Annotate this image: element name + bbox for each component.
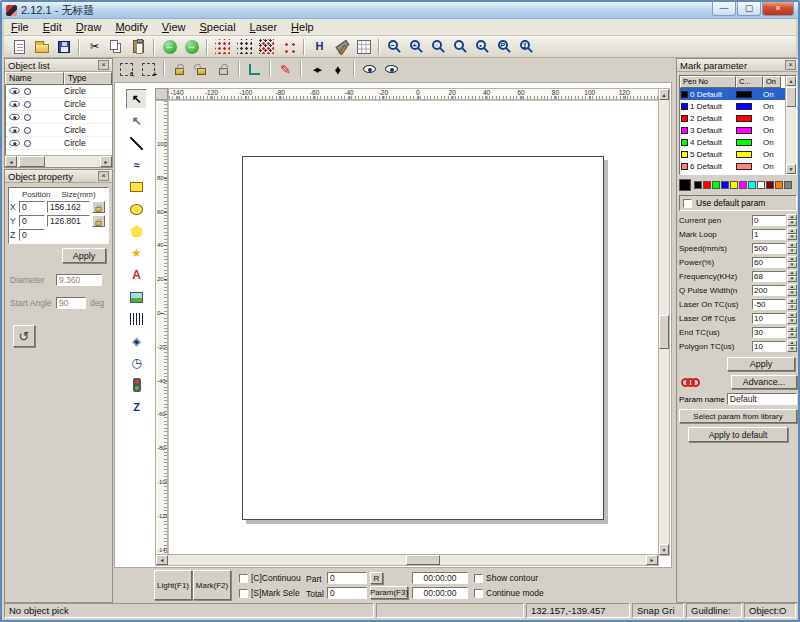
param-input[interactable]: 30: [752, 327, 786, 338]
draw-barcode-icon[interactable]: [126, 309, 147, 329]
param-input[interactable]: 0: [752, 215, 786, 226]
menu-file[interactable]: File: [4, 20, 36, 34]
close-icon[interactable]: ×: [98, 171, 109, 181]
menu-draw[interactable]: Draw: [69, 20, 109, 34]
pen-row[interactable]: 0 DefaultOn: [680, 88, 785, 100]
save-icon[interactable]: [53, 37, 74, 57]
on-header[interactable]: On: [763, 76, 781, 88]
zoom-window-icon[interactable]: ▫: [428, 37, 449, 57]
spin-down-icon[interactable]: ▼: [787, 234, 797, 240]
total-count-field[interactable]: 0: [327, 587, 367, 599]
draw-bitmap-icon[interactable]: [126, 287, 147, 307]
menu-view[interactable]: View: [155, 20, 193, 34]
canvas-vertical-scrollbar[interactable]: ▲ ▼: [658, 88, 670, 556]
menu-modify[interactable]: Modify: [108, 20, 154, 34]
pen-row[interactable]: 5 DefaultOn: [680, 148, 785, 160]
canvas-horizontal-scrollbar[interactable]: ◄ ►: [155, 554, 659, 566]
zoom-one-icon[interactable]: 1: [516, 37, 537, 57]
open-icon[interactable]: [31, 37, 52, 57]
draw-star-icon[interactable]: ★: [126, 243, 147, 263]
close-icon[interactable]: ×: [785, 60, 796, 70]
param-input[interactable]: 60: [752, 257, 786, 268]
palette-color[interactable]: [703, 181, 711, 189]
scroll-left-icon[interactable]: ◄: [5, 156, 17, 167]
continuous-checkbox[interactable]: [239, 574, 248, 583]
object-list-row[interactable]: Circle: [6, 111, 112, 124]
marquee-select-icon[interactable]: [116, 59, 137, 79]
x-size-field[interactable]: 156.162: [47, 201, 90, 213]
scroll-track[interactable]: [659, 100, 669, 544]
scroll-right-icon[interactable]: ►: [100, 156, 112, 167]
object-list-row[interactable]: Circle: [6, 124, 112, 137]
paste-icon[interactable]: [128, 37, 149, 57]
array-grid-icon[interactable]: [353, 37, 374, 57]
scroll-right-icon[interactable]: ►: [646, 555, 658, 565]
scroll-up-icon[interactable]: ▲: [659, 89, 669, 100]
marquee-add-icon[interactable]: [138, 59, 159, 79]
scroll-thumb[interactable]: [786, 87, 796, 107]
drawing-canvas[interactable]: [168, 100, 659, 556]
mark-dots-red-icon[interactable]: [212, 37, 233, 57]
menu-laser[interactable]: Laser: [243, 20, 285, 34]
pen-row[interactable]: 6 DefaultOn: [680, 160, 785, 172]
x-lock-button[interactable]: [92, 201, 105, 213]
pen-list-scrollbar[interactable]: ▲ ▼: [785, 76, 796, 174]
param-input[interactable]: 68: [752, 271, 786, 282]
diameter-field[interactable]: 9.360: [56, 274, 102, 286]
draw-text-icon[interactable]: A: [126, 265, 147, 285]
param-input[interactable]: -50: [752, 299, 786, 310]
scroll-down-icon[interactable]: ▼: [786, 164, 796, 174]
palette-color[interactable]: [712, 181, 720, 189]
param-input[interactable]: 10: [752, 313, 786, 324]
menu-edit[interactable]: Edit: [36, 20, 69, 34]
param-f3-button[interactable]: Param(F3): [370, 586, 408, 599]
visibility-eye-icon[interactable]: [9, 101, 19, 107]
rotate-button[interactable]: ↺: [13, 325, 35, 347]
palette-color[interactable]: [775, 181, 783, 189]
column-header-type[interactable]: Type: [64, 72, 112, 85]
palette-color[interactable]: [757, 181, 765, 189]
menu-special[interactable]: Special: [192, 20, 242, 34]
scroll-left-icon[interactable]: ◄: [156, 555, 168, 565]
palette-color[interactable]: [739, 181, 747, 189]
menu-help[interactable]: Help: [284, 20, 321, 34]
mark-dots-sparse-icon[interactable]: [278, 37, 299, 57]
param-name-field[interactable]: Default: [727, 393, 797, 405]
start-angle-field[interactable]: 90: [56, 297, 86, 309]
scroll-track[interactable]: [786, 86, 796, 164]
lock-icon[interactable]: [169, 59, 190, 79]
visibility-eye-icon[interactable]: [9, 88, 19, 94]
copy-icon[interactable]: [106, 37, 127, 57]
zoom-out-icon[interactable]: −: [384, 37, 405, 57]
palette-color[interactable]: [784, 181, 792, 189]
param-input[interactable]: 1: [752, 229, 786, 240]
object-list-scrollbar[interactable]: ◄ ►: [5, 155, 112, 167]
palette-color[interactable]: [766, 181, 774, 189]
draw-rect-icon[interactable]: [126, 177, 147, 197]
visibility-eye-icon[interactable]: [9, 127, 19, 133]
advance-button[interactable]: Advance...: [731, 375, 797, 389]
apply-button[interactable]: Apply: [62, 248, 106, 263]
mark-dots-mix-icon[interactable]: [256, 37, 277, 57]
preview-eye-icon[interactable]: [359, 59, 380, 79]
unlock-icon[interactable]: [191, 59, 212, 79]
light-button[interactable]: Light(F1): [154, 570, 192, 600]
show-contour-checkbox[interactable]: [474, 574, 483, 583]
scroll-track[interactable]: [168, 555, 646, 565]
y-position-field[interactable]: 0: [19, 215, 45, 227]
select-icon[interactable]: ↖: [126, 89, 147, 109]
object-list-row[interactable]: Circle: [6, 137, 112, 150]
pen-row[interactable]: 1 DefaultOn: [680, 100, 785, 112]
use-default-param-checkbox[interactable]: [683, 199, 692, 208]
scroll-thumb[interactable]: [659, 315, 669, 349]
spin-down-icon[interactable]: ▼: [787, 248, 797, 254]
draw-polygon-icon[interactable]: [126, 221, 147, 241]
hatch-icon[interactable]: H: [309, 37, 330, 57]
apply-button[interactable]: Apply: [727, 357, 795, 371]
mark-dots-dark-icon[interactable]: [234, 37, 255, 57]
palette-color[interactable]: [679, 179, 691, 191]
zoom-page-icon[interactable]: P: [494, 37, 515, 57]
object-list-row[interactable]: Circle: [6, 85, 112, 98]
spin-down-icon[interactable]: ▼: [787, 332, 797, 338]
preview-eye-2-icon[interactable]: [381, 59, 402, 79]
